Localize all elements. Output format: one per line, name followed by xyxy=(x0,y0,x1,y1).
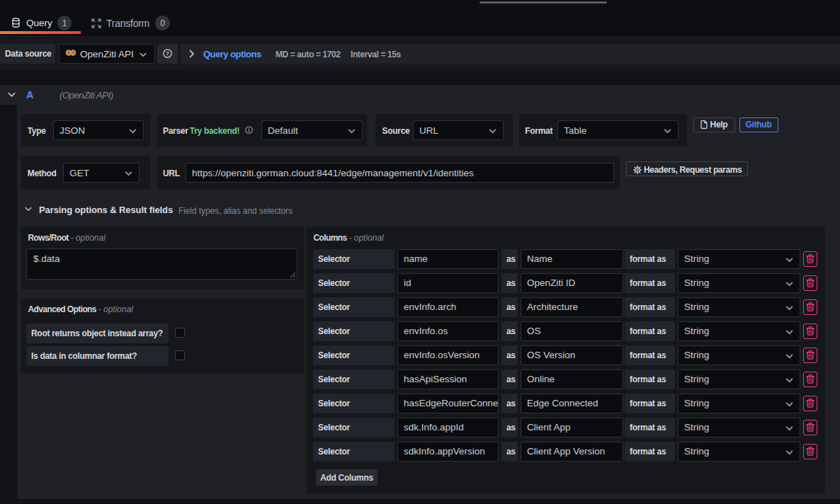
svg-text:?: ? xyxy=(166,50,169,57)
